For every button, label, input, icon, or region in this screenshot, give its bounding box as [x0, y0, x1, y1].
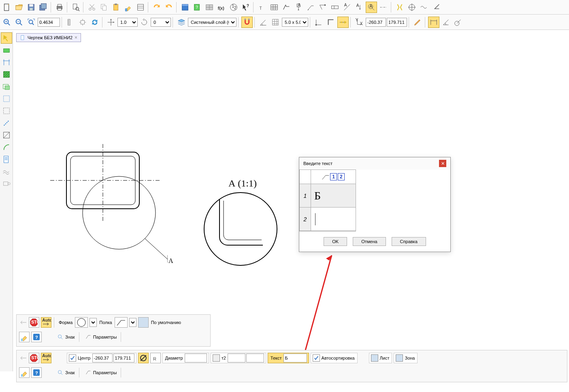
- polka-button[interactable]: [115, 317, 128, 328]
- cancel-button[interactable]: Отмена: [353, 237, 386, 246]
- copy-icon[interactable]: [98, 2, 110, 13]
- local-cs-icon[interactable]: [313, 17, 324, 28]
- t2-x-input[interactable]: [228, 354, 245, 362]
- field-2-indicator[interactable]: 2: [338, 173, 345, 180]
- autosort-check[interactable]: [313, 354, 320, 362]
- ortho-icon[interactable]: [325, 17, 337, 28]
- corner-icon[interactable]: [430, 2, 442, 13]
- function-icon[interactable]: f(x): [216, 2, 227, 13]
- center-x-input[interactable]: [92, 354, 113, 362]
- default-toggle[interactable]: [138, 317, 149, 328]
- field-1-indicator[interactable]: 1: [330, 173, 337, 180]
- text-tool-icon[interactable]: T: [256, 2, 268, 13]
- numbering-icon[interactable]: 12: [228, 2, 239, 13]
- scale-select[interactable]: 1.0: [117, 18, 138, 27]
- tab-znak-2[interactable]: Знак: [53, 368, 79, 377]
- t2-y-input[interactable]: [246, 354, 264, 362]
- zone-indicator[interactable]: [396, 354, 403, 362]
- detail-view-icon[interactable]: A: [366, 2, 377, 13]
- center-check[interactable]: [69, 354, 76, 362]
- refresh-icon[interactable]: [89, 17, 100, 28]
- coord-icon[interactable]: YX: [354, 17, 365, 28]
- table-icon[interactable]: [269, 2, 280, 13]
- redo-icon[interactable]: [163, 2, 175, 13]
- list-indicator[interactable]: [371, 354, 378, 362]
- tolerance-icon[interactable]: [317, 2, 328, 13]
- leader-line-icon[interactable]: [305, 2, 316, 13]
- snap-enable-icon[interactable]: [337, 17, 349, 28]
- tab-parametry-2[interactable]: Параметры: [81, 368, 121, 377]
- text-value-input[interactable]: [283, 354, 307, 362]
- side-measure-icon[interactable]: [1, 117, 12, 129]
- side-spec-icon[interactable]: [1, 154, 12, 165]
- document-tab[interactable]: Чертеж БЕЗ ИМЕНИ2 ×: [16, 33, 81, 42]
- side-rect2-icon[interactable]: [1, 81, 12, 92]
- auto-button[interactable]: Auto: [41, 317, 51, 328]
- side-hatch-icon[interactable]: [1, 69, 12, 80]
- help-query-icon[interactable]: ?: [192, 2, 203, 13]
- break-icon[interactable]: [394, 2, 405, 13]
- t2-check[interactable]: [213, 354, 220, 362]
- help-query-button[interactable]: ?: [31, 332, 42, 342]
- grid-icon[interactable]: [270, 17, 281, 28]
- datum-icon[interactable]: A: [293, 2, 304, 13]
- back-arrow-icon[interactable]: [19, 320, 27, 325]
- preview-icon[interactable]: [70, 2, 81, 13]
- centerline-icon[interactable]: [378, 2, 389, 13]
- rotation-select[interactable]: 0: [151, 18, 171, 27]
- brush-button-2[interactable]: [19, 367, 30, 378]
- rotate-icon[interactable]: [139, 17, 150, 28]
- undo-icon[interactable]: [151, 2, 162, 13]
- side-dimension-icon[interactable]: [1, 57, 12, 68]
- format-painter-icon[interactable]: [123, 2, 134, 13]
- zoom-out-icon[interactable]: [13, 17, 25, 28]
- section-line-icon[interactable]: A: [341, 2, 353, 13]
- print-icon[interactable]: [54, 2, 65, 13]
- context-help-icon[interactable]: ?: [240, 2, 251, 13]
- properties-icon[interactable]: [135, 2, 146, 13]
- save-all-icon[interactable]: [38, 2, 49, 13]
- help-button[interactable]: Справка: [392, 237, 426, 246]
- forma-select[interactable]: [90, 318, 97, 327]
- side-wave-icon[interactable]: [1, 166, 12, 177]
- geom-tol-icon[interactable]: [329, 2, 341, 13]
- pan-tool-icon[interactable]: [77, 17, 88, 28]
- side-line-icon[interactable]: [1, 129, 12, 141]
- side-edit-icon[interactable]: [1, 93, 12, 104]
- zoom-fit-icon[interactable]: [26, 17, 37, 28]
- dim-radial-icon[interactable]: [452, 17, 464, 28]
- new-icon[interactable]: [1, 2, 13, 13]
- side-arc-icon[interactable]: [1, 142, 12, 153]
- tab-znak[interactable]: Знак: [53, 332, 79, 342]
- library-icon[interactable]: [179, 2, 191, 13]
- side-rect-icon[interactable]: [1, 44, 12, 56]
- polka-select[interactable]: [129, 318, 136, 327]
- variables-icon[interactable]: [204, 2, 215, 13]
- text-cell-2[interactable]: [311, 208, 356, 231]
- text-cell-1[interactable]: Б: [311, 184, 356, 207]
- roughness-icon[interactable]: [281, 2, 292, 13]
- open-icon[interactable]: [13, 2, 25, 13]
- diameter-symbol-button[interactable]: [138, 353, 149, 363]
- wave-line-icon[interactable]: [418, 2, 430, 13]
- arrow-view-icon[interactable]: A: [354, 2, 365, 13]
- text-field[interactable]: Текст: [268, 353, 309, 363]
- move-origin-icon[interactable]: [105, 17, 117, 28]
- help-query-button-2[interactable]: ?: [31, 367, 42, 378]
- paste-icon[interactable]: [111, 2, 122, 13]
- forma-circle-button[interactable]: [75, 317, 88, 328]
- save-icon[interactable]: [26, 2, 37, 13]
- ruler-icon[interactable]: [65, 17, 76, 28]
- radius-symbol-button[interactable]: R: [150, 353, 161, 363]
- cut-icon[interactable]: [86, 2, 98, 13]
- dialog-close-button[interactable]: ✕: [439, 160, 446, 167]
- tab-parametry[interactable]: Параметры: [81, 332, 121, 342]
- brush-button[interactable]: [19, 332, 30, 342]
- layer-select[interactable]: Системный слой (0): [188, 18, 237, 27]
- coord-y-input[interactable]: [387, 18, 407, 27]
- tab-close-icon[interactable]: ×: [75, 35, 77, 40]
- side-view-icon[interactable]: [1, 178, 12, 189]
- layers-icon[interactable]: [176, 17, 187, 28]
- center-mark-icon[interactable]: [406, 2, 418, 13]
- stop-button-2[interactable]: STOP: [29, 353, 39, 363]
